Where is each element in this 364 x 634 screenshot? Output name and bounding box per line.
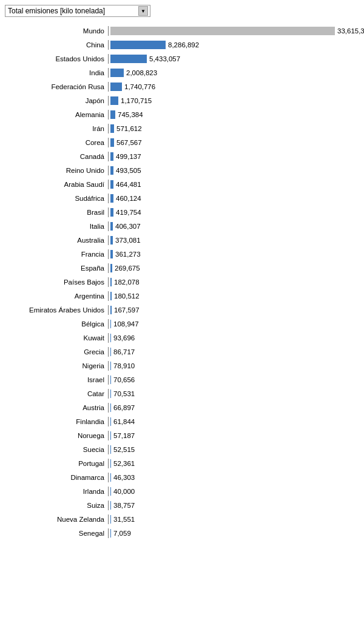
bar-value: 464,481 (116, 181, 141, 188)
bar-area: 66,897 (109, 403, 359, 412)
bar (110, 166, 113, 175)
bar-value: 373,081 (115, 237, 141, 244)
country-label: Arabia Saudí (5, 181, 108, 188)
bar (110, 236, 113, 244)
bar-value: 108,947 (113, 320, 139, 328)
bar (110, 27, 335, 35)
chart-row: Kuwait93,696 (5, 331, 359, 345)
chart-row: Canadá499,137 (5, 150, 359, 163)
country-label: Canadá (5, 153, 108, 160)
chart-row: Reino Unido493,505 (5, 164, 359, 177)
country-label: Brasil (5, 209, 108, 216)
bar (110, 306, 112, 314)
country-label: Austria (5, 404, 108, 411)
chart-row: Dinamarca46,303 (5, 471, 359, 484)
bar-area: 2,008,823 (109, 69, 359, 77)
bar (110, 124, 114, 133)
bar-value: 70,656 (113, 376, 135, 383)
bar-value: 7,059 (113, 530, 131, 537)
country-label: Argentina (5, 292, 108, 300)
chart-row: España269,675 (5, 261, 359, 275)
bar (110, 334, 111, 342)
country-label: Suecia (5, 446, 108, 453)
country-label: Senegal (5, 530, 108, 537)
chart-row: Grecia86,717 (5, 345, 359, 359)
country-label: Francia (5, 251, 108, 258)
bar-area: 571,612 (109, 124, 359, 133)
bar-value: 61,844 (113, 418, 135, 425)
country-label: Portugal (5, 460, 108, 467)
bar-value: 493,505 (116, 167, 141, 174)
bar-value: 31,551 (113, 516, 135, 523)
bar (110, 110, 115, 119)
bar-area: 406,307 (109, 222, 359, 231)
bar (110, 348, 111, 356)
bar-value: 93,696 (113, 334, 135, 342)
chart-row: Países Bajos182,078 (5, 275, 359, 289)
chart-row: India2,008,823 (5, 66, 359, 79)
bar (110, 515, 111, 524)
bar-area: 78,910 (109, 362, 359, 370)
bar (110, 459, 111, 468)
bar-value: 571,612 (116, 125, 142, 132)
chart-row: Arabia Saudí464,481 (5, 178, 359, 191)
bar (110, 487, 111, 496)
bar-area: 499,137 (109, 152, 359, 161)
bar (110, 152, 113, 161)
bar-area: 46,303 (109, 473, 359, 482)
bar-area: 167,597 (109, 306, 359, 314)
chart-row: Irán571,612 (5, 122, 359, 135)
bar-area: 7,059 (109, 529, 359, 538)
country-label: Nigeria (5, 362, 108, 369)
bar-value: 406,307 (115, 223, 141, 230)
bar (110, 278, 112, 286)
country-label: Países Bajos (5, 278, 108, 286)
bar-value: 361,273 (115, 251, 141, 258)
bar-value: 70,531 (113, 390, 135, 397)
bar-value: 66,897 (113, 404, 135, 411)
bar-value: 182,078 (114, 278, 140, 286)
bar-value: 419,754 (116, 209, 141, 216)
bar (110, 41, 166, 49)
bar (110, 208, 113, 217)
chart-row: Noruega57,187 (5, 429, 359, 442)
bar-value: 5,433,057 (149, 55, 180, 62)
chart-row: Finlandia61,844 (5, 415, 359, 428)
country-label: Dinamarca (5, 474, 108, 481)
bar (110, 69, 124, 77)
chart-row: Francia361,273 (5, 248, 359, 261)
chart-row: Portugal52,361 (5, 457, 359, 470)
bar (110, 264, 112, 272)
bar (110, 138, 114, 147)
bar (110, 292, 112, 300)
bar-area: 373,081 (109, 236, 359, 244)
bar-value: 2,008,823 (126, 69, 157, 76)
bar (110, 222, 113, 231)
metric-dropdown[interactable]: Total emisiones [kilo tonelada] (5, 5, 150, 17)
chart-row: Japón1,170,715 (5, 94, 359, 107)
bar-value: 269,675 (115, 265, 140, 272)
chart-row: Bélgica108,947 (5, 317, 359, 331)
dropdown-container: Total emisiones [kilo tonelada] ▼ (0, 0, 364, 22)
bar-value: 78,910 (113, 362, 135, 369)
bar-area: 31,551 (109, 515, 359, 524)
bar-area: 57,187 (109, 431, 359, 440)
country-label: Japón (5, 97, 108, 104)
chart-row: Alemania745,384 (5, 108, 359, 121)
bar-value: 46,303 (113, 474, 135, 481)
bar-value: 52,361 (113, 460, 135, 467)
bar (110, 431, 111, 440)
bar-area: 361,273 (109, 250, 359, 258)
chart-row: Italia406,307 (5, 220, 359, 233)
country-label: Irlanda (5, 488, 108, 495)
bar (110, 83, 122, 91)
country-label: China (5, 41, 108, 49)
chart-row: Nueva Zelanda31,551 (5, 513, 359, 526)
bar (110, 501, 111, 510)
bar-area: 464,481 (109, 180, 359, 189)
chart-row: Suecia52,515 (5, 443, 359, 456)
bar-value: 567,567 (116, 139, 142, 146)
bar-value: 38,757 (113, 502, 135, 509)
bar (110, 376, 111, 384)
chart-row: Brasil419,754 (5, 206, 359, 219)
